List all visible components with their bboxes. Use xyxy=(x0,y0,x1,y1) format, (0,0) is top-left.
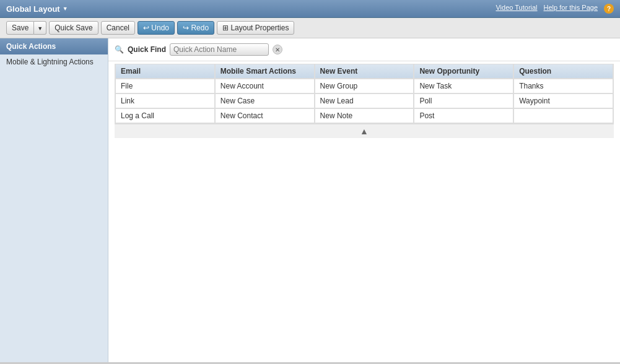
grid-cell-new-contact[interactable]: New Contact xyxy=(215,108,315,123)
grid-cell-new-group[interactable]: New Group xyxy=(315,79,414,93)
sidebar-item-mobile-lightning[interactable]: Mobile & Lightning Actions xyxy=(0,54,108,69)
save-button-group: Save ▼ xyxy=(6,21,46,35)
grid-cell-empty xyxy=(513,108,613,123)
clear-search-button[interactable]: ✕ xyxy=(273,45,282,54)
grid-header-mobile-smart: Mobile Smart Actions xyxy=(215,64,315,79)
top-bar: Global Layout ▼ Video Tutorial Help for … xyxy=(0,0,620,18)
grid-cell-thanks[interactable]: Thanks xyxy=(513,79,613,93)
grid-cell-file[interactable]: File xyxy=(115,79,215,93)
actions-grid: Email Mobile Smart Actions New Event New… xyxy=(115,64,614,124)
video-tutorial-link[interactable]: Video Tutorial xyxy=(496,4,537,14)
save-button[interactable]: Save xyxy=(6,21,34,35)
main-area: Quick Actions Mobile & Lightning Actions… xyxy=(0,38,620,362)
grid-cell-log-a-call[interactable]: Log a Call xyxy=(115,108,215,123)
undo-button[interactable]: ↩ Undo xyxy=(138,21,175,35)
grid-cell-poll[interactable]: Poll xyxy=(414,93,513,108)
grid-cell-waypoint[interactable]: Waypoint xyxy=(513,93,613,108)
layout-properties-button[interactable]: ⊞ Layout Properties xyxy=(217,21,294,35)
toolbar: Save ▼ Quick Save Cancel ↩ Undo ↪ Redo ⊞… xyxy=(0,18,620,38)
grid-header-question: Question xyxy=(513,64,613,79)
search-icon: 🔍 xyxy=(115,45,124,54)
grid-cell-post[interactable]: Post xyxy=(414,108,513,123)
cancel-button[interactable]: Cancel xyxy=(101,21,135,35)
undo-arrow-icon: ↩ xyxy=(143,24,149,32)
quick-save-button[interactable]: Quick Save xyxy=(49,21,98,35)
redo-arrow-icon: ↪ xyxy=(183,24,189,32)
help-icon[interactable]: ? xyxy=(604,4,614,14)
grid-cell-new-note[interactable]: New Note xyxy=(315,108,414,123)
content-pane: 🔍 Quick Find ✕ Email Mobile Smart Action… xyxy=(108,38,620,362)
grid-header-email: Email xyxy=(115,64,215,79)
quick-find-input[interactable] xyxy=(170,43,269,56)
redo-button[interactable]: ↪ Redo xyxy=(177,21,214,35)
grid-cell-new-lead[interactable]: New Lead xyxy=(315,93,414,108)
quick-find-area: 🔍 Quick Find ✕ xyxy=(108,38,620,61)
app-title-text: Global Layout xyxy=(6,4,60,14)
dropdown-arrow-icon[interactable]: ▼ xyxy=(63,6,68,12)
layout-icon: ⊞ xyxy=(222,24,229,32)
scroll-indicator: ▲ xyxy=(115,124,614,138)
actions-table-container: Email Mobile Smart Actions New Event New… xyxy=(108,61,620,144)
help-page-link[interactable]: Help for this Page xyxy=(544,4,598,14)
sidebar-header: Quick Actions xyxy=(0,38,108,54)
grid-cell-link[interactable]: Link xyxy=(115,93,215,108)
quick-find-label: Quick Find xyxy=(128,45,166,54)
sidebar: Quick Actions Mobile & Lightning Actions xyxy=(0,38,108,362)
grid-cell-new-case[interactable]: New Case xyxy=(215,93,315,108)
grid-header-new-opportunity: New Opportunity xyxy=(414,64,513,79)
grid-cell-new-task[interactable]: New Task xyxy=(414,79,513,93)
app-title: Global Layout ▼ xyxy=(6,4,68,14)
grid-cell-new-account[interactable]: New Account xyxy=(215,79,315,93)
top-bar-left: Global Layout ▼ xyxy=(6,4,68,14)
top-bar-right: Video Tutorial Help for this Page ? xyxy=(496,4,614,14)
grid-header-new-event: New Event xyxy=(315,64,414,79)
save-dropdown-button[interactable]: ▼ xyxy=(34,21,46,35)
scroll-down-icon: ▲ xyxy=(360,126,369,136)
